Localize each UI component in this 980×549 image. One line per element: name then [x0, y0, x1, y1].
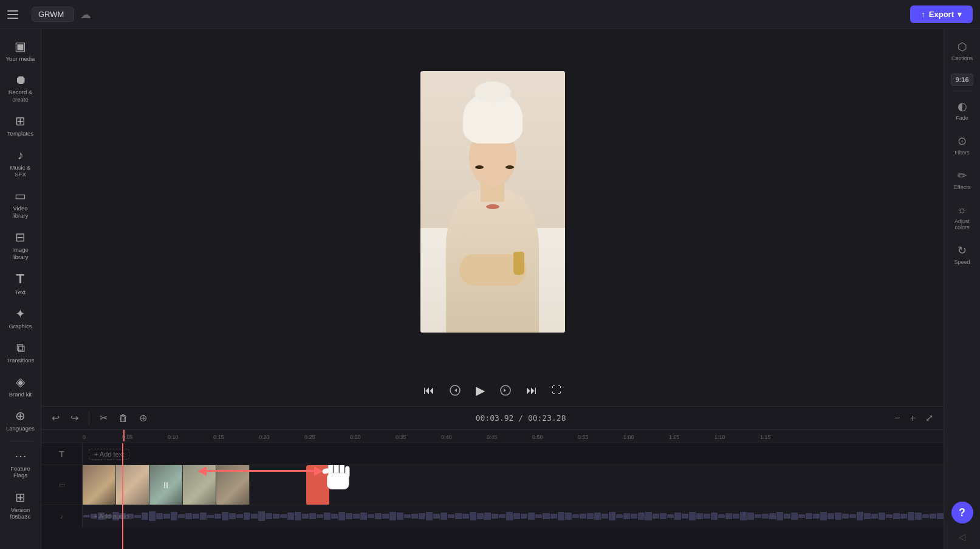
audio-track-icon: ♪ — [60, 513, 64, 520]
fit-timeline-button[interactable]: ⤢ — [922, 410, 936, 426]
video-track-content[interactable]: ⏸ — [83, 465, 944, 505]
sidebar-item-image-library[interactable]: ⊟ Image library — [2, 225, 39, 265]
right-sidebar-item-captions[interactable]: ⬡ Captions — [945, 34, 979, 67]
redo-button[interactable]: ↪ — [67, 410, 81, 426]
waveform-bar — [462, 514, 469, 519]
waveform-bar — [280, 514, 287, 518]
waveform-bar — [645, 512, 652, 520]
sidebar-item-feature-flags[interactable]: ⋯ Feature Flags — [2, 444, 39, 484]
project-name[interactable]: GRWM — [32, 7, 74, 22]
add-to-timeline-button[interactable]: ⊕ — [136, 410, 150, 426]
waveform-bar — [886, 514, 893, 518]
video-thumbnails: ⏸ — [83, 465, 250, 505]
waveform-bar — [580, 514, 586, 519]
your-media-icon: ▣ — [15, 39, 26, 54]
right-sidebar-item-filters[interactable]: ⊙ Filters — [945, 128, 979, 162]
waveform-bar — [368, 514, 374, 518]
waveform-bar — [653, 514, 659, 519]
delete-button[interactable]: 🗑 — [115, 411, 131, 426]
effects-icon: ✏ — [958, 169, 967, 182]
right-sidebar-item-speed[interactable]: ↻ Speed — [945, 238, 979, 271]
waveform-bar — [806, 513, 812, 519]
svg-rect-5 — [346, 466, 350, 478]
video-library-icon: ▭ — [15, 188, 26, 203]
sidebar-item-video-library[interactable]: ▭ Video library — [2, 184, 39, 224]
waveform-bar — [776, 512, 783, 520]
version-icon: ⊞ — [15, 490, 26, 505]
text-track-label: T — [41, 443, 83, 464]
right-sidebar-item-effects[interactable]: ✏ Effects — [945, 163, 979, 196]
waveform-bar — [171, 512, 177, 520]
fullscreen-button[interactable]: ⛶ — [549, 382, 564, 398]
forward-button[interactable] — [497, 382, 514, 399]
skip-to-end-button[interactable]: ⏭ — [524, 382, 540, 399]
waveform-bar — [937, 513, 944, 519]
text-track-content[interactable]: + Add text — [83, 443, 944, 464]
sidebar-item-your-media[interactable]: ▣ Your media — [2, 34, 39, 67]
sidebar-item-transitions[interactable]: ⧉ Transitions — [2, 336, 39, 368]
add-text-button[interactable]: + Add text — [89, 449, 129, 460]
waveform-bar — [871, 514, 878, 519]
waveform-bar — [835, 513, 841, 520]
waveform-bar — [820, 512, 827, 520]
undo-button[interactable]: ↩ — [49, 410, 63, 426]
waveform-bar — [638, 513, 645, 520]
waveform-bar — [134, 515, 141, 518]
sidebar-item-graphics[interactable]: ✦ Graphics — [2, 302, 39, 334]
toolbar-divider-1 — [89, 412, 89, 424]
right-sidebar-item-adjust-colors[interactable]: ☼ Adjust colors — [945, 198, 979, 237]
sidebar-item-version[interactable]: ⊞ Version f06ba3c — [2, 485, 39, 525]
waveform-bar — [440, 513, 447, 520]
audio-waveform: // Will render via JS below — [83, 505, 944, 527]
waveform-bar — [908, 512, 914, 520]
waveform-bar — [302, 514, 309, 519]
sidebar-item-text[interactable]: T Text — [2, 266, 39, 300]
menu-icon[interactable] — [7, 6, 24, 23]
waveform-bar — [682, 514, 688, 519]
waveform-bar — [477, 513, 484, 519]
export-arrow-icon: ↑ — [921, 10, 925, 19]
zoom-out-button[interactable]: − — [891, 411, 903, 426]
skip-to-start-button[interactable]: ⏮ — [421, 382, 437, 399]
main-layout: ▣ Your media ⏺ Record & create ⊞ Templat… — [0, 29, 980, 549]
rewind-button[interactable] — [447, 382, 464, 399]
graphics-icon: ✦ — [15, 306, 26, 321]
topbar: GRWM ☁ ↑ Export ▾ — [0, 0, 980, 29]
feature-flags-icon: ⋯ — [15, 449, 27, 463]
audio-track-row: ♪ // Will render via JS below + Add audi… — [41, 505, 944, 527]
svg-rect-3 — [334, 465, 339, 478]
waveform-bar — [309, 513, 316, 519]
play-button[interactable]: ▶ — [473, 381, 487, 400]
waveform-bar — [193, 514, 199, 519]
waveform-bar — [404, 514, 411, 518]
cut-button[interactable]: ✂ — [97, 410, 111, 426]
sidebar-item-templates[interactable]: ⊞ Templates — [2, 109, 39, 142]
waveform-bar — [470, 512, 476, 520]
collapse-panel-button[interactable]: ◁ — [956, 530, 968, 544]
sidebar-item-music-sfx[interactable]: ♪ Music & SFX — [2, 143, 39, 183]
waveform-bar — [244, 513, 250, 520]
export-button[interactable]: ↑ Export ▾ — [910, 5, 973, 23]
sidebar-item-record[interactable]: ⏺ Record & create — [2, 68, 39, 108]
waveform-bar — [747, 513, 754, 520]
right-sidebar-item-fade[interactable]: ◐ Fade — [945, 94, 979, 127]
waveform-bar — [922, 514, 929, 518]
sidebar-item-brand-kit[interactable]: ◈ Brand kit — [2, 370, 39, 402]
thumbnail-5 — [216, 465, 250, 505]
waveform-bar — [704, 514, 710, 519]
waveform-bar — [674, 513, 681, 520]
help-button[interactable]: ? — [951, 502, 973, 523]
waveform-bar — [419, 513, 425, 519]
waveform-bar — [185, 513, 192, 519]
aspect-ratio-badge[interactable]: 9:16 — [951, 74, 973, 86]
waveform-bar — [813, 514, 820, 519]
zoom-in-button[interactable]: + — [907, 411, 919, 426]
waveform-bar — [331, 514, 338, 519]
brand-kit-icon: ◈ — [16, 375, 25, 389]
audio-track-content[interactable]: // Will render via JS below + Add audio — [83, 505, 944, 527]
sidebar-item-languages[interactable]: ⊕ Languages — [2, 404, 39, 437]
waveform-bar — [258, 511, 265, 521]
thumbnail-3: ⏸ — [149, 465, 183, 505]
playback-controls: ⏮ ▶ ⏭ ⛶ — [41, 375, 944, 406]
add-audio-button[interactable]: + Add audio — [89, 511, 134, 521]
